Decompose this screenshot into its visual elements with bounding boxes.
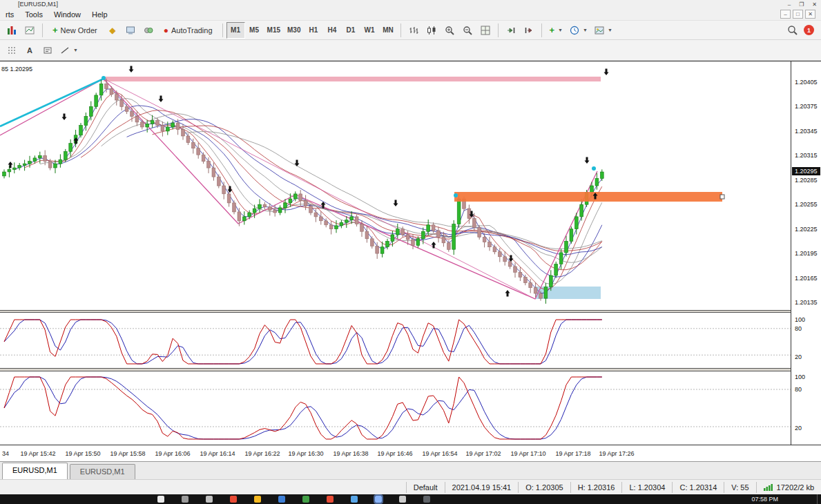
indicator1-svg[interactable]	[0, 313, 791, 368]
market-watch-button[interactable]: ◆	[104, 22, 122, 39]
ma-line	[40, 99, 602, 284]
zoom-in-button[interactable]	[441, 22, 458, 39]
line-tools-button[interactable]: ▼	[57, 42, 81, 59]
status-volume: V: 55	[724, 482, 755, 493]
notification-badge[interactable]: 1	[804, 25, 814, 35]
object-frame-button[interactable]	[39, 42, 57, 59]
menu-charts[interactable]: rts	[0, 10, 19, 19]
signal-arrow-down	[394, 200, 398, 207]
signal-arrow-up	[8, 162, 13, 168]
auto-scroll-icon	[506, 26, 516, 35]
taskbar-app-icon[interactable]	[157, 496, 164, 503]
menu-help[interactable]: Help	[86, 10, 113, 19]
chart-tab-eurusd-2[interactable]: EURUSD,M1	[70, 464, 135, 479]
timeframe-m15-button[interactable]: M15	[264, 22, 284, 39]
taskbar-app-icon[interactable]	[327, 496, 334, 503]
templates-button[interactable]: ▼	[591, 22, 616, 39]
chart-shift-button[interactable]	[520, 22, 538, 39]
indicators-button[interactable]: + ▼	[545, 22, 566, 39]
timeframe-m1-button[interactable]: M1	[226, 22, 245, 39]
profiles-button[interactable]	[21, 22, 39, 39]
taskbar-app-icon[interactable]	[254, 496, 261, 503]
timeframe-w1-button[interactable]: W1	[360, 22, 378, 39]
tile-windows-button[interactable]	[476, 22, 494, 39]
navigator-button[interactable]	[139, 22, 157, 39]
chevron-down-icon: ▼	[583, 28, 588, 32]
indicator-axis-label: 80	[795, 386, 802, 393]
menu-window[interactable]: Window	[48, 10, 86, 19]
new-chart-icon	[7, 26, 17, 35]
orange-zone[interactable]	[454, 192, 722, 202]
taskbar-app-icon[interactable]	[278, 496, 285, 503]
price-axis-label: 1.20195	[795, 250, 818, 257]
template-image-icon	[595, 26, 604, 35]
close-button[interactable]: ✕	[812, 1, 817, 8]
signal-arrow-down	[129, 66, 134, 73]
chart-tabs-bar: EURUSD,M1 EURUSD,M1	[0, 461, 821, 479]
minimize-button[interactable]: –	[788, 1, 791, 8]
timeframe-m5-button[interactable]: M5	[245, 22, 264, 39]
menu-tools[interactable]: Tools	[19, 10, 48, 19]
new-order-label: New Order	[61, 26, 97, 35]
taskbar-app-icon[interactable]	[423, 496, 430, 503]
taskbar-app-icon[interactable]	[302, 496, 309, 503]
chart-restore-button[interactable]: □	[793, 10, 803, 19]
price-axis-label: 1.20165	[795, 275, 818, 282]
data-window-button[interactable]	[122, 22, 139, 39]
taskbar-icons	[157, 496, 430, 503]
indicator-pane-1[interactable]	[0, 313, 791, 368]
time-axis-label: 19 Apr 16:54	[422, 450, 457, 457]
chart-tab-eurusd-1[interactable]: EURUSD,M1	[2, 463, 68, 479]
chart-corner-label: 85 1.20295	[1, 66, 32, 72]
show-desktop-button[interactable]	[817, 494, 820, 504]
search-button[interactable]	[783, 22, 801, 39]
time-axis[interactable]: 3419 Apr 15:4219 Apr 15:5019 Apr 15:5819…	[0, 445, 821, 462]
windows-taskbar: 07:58 PM	[0, 494, 821, 504]
taskbar-app-icon[interactable]	[351, 496, 358, 503]
autotrading-button[interactable]: ● AutoTrading	[157, 22, 219, 39]
pink-zone[interactable]	[104, 77, 601, 81]
trend-line[interactable]	[104, 79, 535, 299]
main-chart-pane[interactable]: 85 1.20295	[0, 63, 791, 310]
chart-minimize-button[interactable]: –	[780, 10, 791, 19]
periods-button[interactable]: ▼	[566, 22, 591, 39]
timeframe-mn-button[interactable]: MN	[378, 22, 397, 39]
time-axis-label: 19 Apr 17:02	[465, 450, 501, 457]
taskbar-app-icon[interactable]	[230, 496, 237, 503]
zoom-out-button[interactable]	[458, 22, 476, 39]
orange-zone-handle[interactable]	[720, 195, 724, 199]
candlestick-chart-button[interactable]	[423, 22, 441, 39]
timeframe-h4-button[interactable]: H4	[322, 22, 341, 39]
cursor-tool-button[interactable]	[3, 42, 21, 59]
taskbar-clock[interactable]: 07:58 PM	[751, 496, 778, 503]
indicator-pane-2[interactable]	[0, 371, 791, 445]
new-chart-button[interactable]	[3, 22, 21, 39]
taskbar-app-icon[interactable]	[399, 496, 406, 503]
text-tool-button[interactable]: A	[21, 42, 39, 59]
oscillator-main-line	[4, 377, 602, 439]
indicator-axis-label: 100	[795, 316, 805, 323]
restore-button[interactable]: ❐	[799, 1, 804, 8]
taskbar-app-icon[interactable]	[182, 496, 189, 503]
indicator2-svg[interactable]	[0, 371, 791, 445]
status-profile[interactable]: Default	[406, 482, 445, 493]
taskbar-app-icon[interactable]	[375, 496, 382, 503]
timeframe-m30-button[interactable]: M30	[284, 22, 304, 39]
chart-close-button[interactable]: ✕	[805, 10, 815, 19]
menu-bar: rts Tools Window Help – □ ✕	[0, 8, 821, 21]
toolbar-separator	[498, 23, 499, 37]
timeframe-h1-button[interactable]: H1	[304, 22, 322, 39]
new-order-button[interactable]: + New Order	[46, 22, 104, 39]
auto-scroll-button[interactable]	[502, 22, 520, 39]
time-axis-label: 19 Apr 16:22	[244, 450, 280, 457]
time-axis-label: 19 Apr 16:38	[333, 450, 368, 457]
line-studies-toolbar: A ▼	[0, 40, 821, 61]
main-chart-svg[interactable]	[0, 63, 791, 310]
status-timestamp: 2021.04.19 15:41	[445, 482, 519, 493]
toolbar-separator	[541, 23, 542, 37]
timeframe-d1-button[interactable]: D1	[341, 22, 360, 39]
bar-chart-button[interactable]	[405, 22, 423, 39]
cyan-trend-line[interactable]	[0, 79, 104, 126]
price-axis[interactable]: 1.204051.203751.203451.203151.202851.202…	[791, 61, 821, 445]
taskbar-app-icon[interactable]	[206, 496, 213, 503]
